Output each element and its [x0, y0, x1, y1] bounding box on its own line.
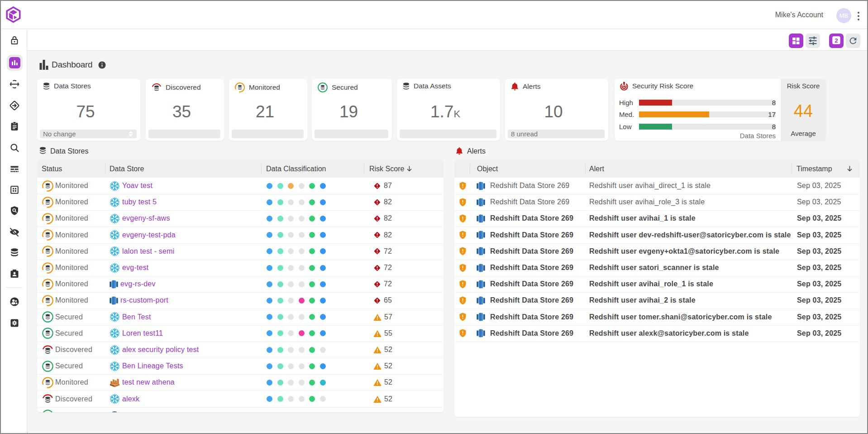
svg-text:2: 2 [835, 37, 838, 44]
